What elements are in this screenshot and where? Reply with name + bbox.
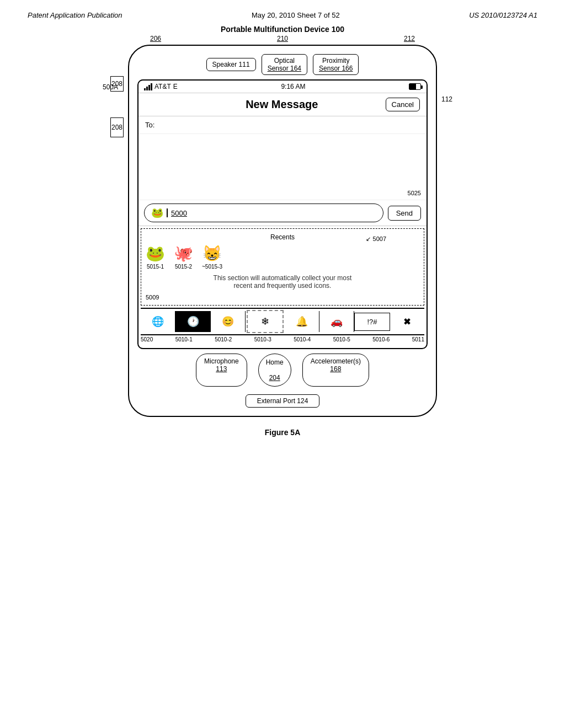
recents-description: This section will automatically collect …	[146, 274, 419, 290]
category-labels: 5020 5010-1 5010-2 5010-3 5010-4 5010-5 …	[138, 335, 427, 344]
time-label: 9:16 AM	[281, 83, 305, 90]
label-112: 112	[441, 95, 452, 103]
external-port-area: External Port 124	[137, 391, 428, 408]
category-clock[interactable]: 🕐	[175, 311, 210, 332]
emoji-picker: 5005 — Recents ↙ 5007 🐸 5015-1 🐙 5015-2 …	[141, 228, 424, 306]
cancel-button[interactable]: Cancel	[386, 98, 420, 111]
category-bar: 🌐 🕐 😊 ❄ 🔔 🚗 !?# ✖	[141, 308, 424, 335]
signal-bars	[144, 83, 152, 90]
cat-label-5010-1: 5010-1	[175, 336, 193, 342]
accelerometer-component: Accelerometer(s) 168	[302, 354, 369, 387]
category-delete[interactable]: ✖	[390, 312, 424, 331]
sensor-row: Speaker 111 OpticalSensor 164 ProximityS…	[137, 54, 428, 75]
top-labels: 206 210 212	[128, 35, 437, 42]
figure-container: Portable Multifunction Device 100 206 21…	[11, 25, 554, 437]
category-bell[interactable]: 🔔	[285, 311, 319, 332]
cat-label-5020: 5020	[141, 336, 153, 342]
category-symbols[interactable]: !?#	[354, 313, 390, 331]
device-title-area: Portable Multifunction Device 100	[128, 25, 437, 34]
message-header: New Message Cancel	[138, 93, 427, 116]
header-right: US 2010/0123724 A1	[469, 11, 537, 19]
body-label-5025: 5025	[408, 190, 421, 196]
cat-label-5011: 5011	[412, 336, 424, 342]
emoji-recents-row: ↙ 5007 🐸 5015-1 🐙 5015-2 😸 ~5015-3	[146, 244, 419, 270]
input-label-5000: 5000	[171, 209, 187, 217]
phone-screen: AT&T E 9:16 AM New Message Cancel To:	[137, 79, 428, 349]
cat-label-5010-4: 5010-4	[294, 336, 311, 342]
send-button[interactable]: Send	[388, 206, 421, 221]
page-header: Patent Application Publication May 20, 2…	[11, 11, 554, 19]
cat-label-5010-5: 5010-5	[333, 336, 350, 342]
emoji-item-1[interactable]: 🐸 5015-1	[146, 244, 165, 270]
home-component: Home 204	[258, 354, 291, 387]
bottom-components: Microphone 113 Home 204 Accelerometer(s)…	[137, 354, 428, 387]
side-label-208-bottom: 208	[110, 117, 124, 137]
figure-caption: Figure 5A	[265, 428, 301, 437]
input-row: 🐸 5000 Send	[138, 200, 427, 226]
device-outer: 208 208 500A 112 Speaker 111 OpticalSens…	[128, 45, 437, 417]
carrier-label: AT&T	[154, 83, 171, 90]
message-body[interactable]: 5025	[138, 134, 427, 200]
label-5007: ↙ 5007	[366, 235, 386, 243]
category-globe[interactable]: 🌐	[141, 311, 175, 332]
to-field[interactable]: To:	[138, 116, 427, 134]
proximity-sensor: ProximitySensor 166	[313, 54, 359, 75]
cat-label-5010-2: 5010-2	[215, 336, 232, 342]
category-smile[interactable]: 😊	[211, 311, 246, 332]
cat-label-5010-3: 5010-3	[254, 336, 271, 342]
cat-label-5010-6: 5010-6	[372, 336, 390, 342]
message-title: New Message	[178, 98, 386, 111]
external-port: External Port 124	[246, 394, 320, 408]
message-input[interactable]: 🐸 5000	[144, 204, 383, 222]
optical-sensor: OpticalSensor 164	[262, 54, 307, 75]
signal-area: AT&T E	[144, 83, 178, 90]
label-5009: 5009	[146, 294, 419, 301]
device-title: Portable Multifunction Device 100	[128, 25, 437, 34]
emoji-item-3[interactable]: 😸 ~5015-3	[202, 244, 222, 270]
label-210: 210	[277, 35, 288, 42]
status-bar: AT&T E 9:16 AM	[138, 81, 427, 93]
header-left: Patent Application Publication	[28, 11, 122, 19]
microphone-component: Microphone 113	[196, 354, 247, 387]
header-center: May 20, 2010 Sheet 7 of 52	[252, 11, 340, 19]
emoji-item-2[interactable]: 🐙 5015-2	[174, 244, 193, 270]
category-snowflake[interactable]: ❄	[247, 310, 283, 333]
network-label: E	[173, 83, 178, 90]
text-cursor	[167, 208, 168, 217]
label-500a: 500A	[103, 83, 118, 91]
battery-icon	[409, 83, 421, 90]
label-206: 206	[150, 35, 161, 42]
emoji-icon: 🐸	[151, 207, 163, 219]
category-car[interactable]: 🚗	[319, 311, 354, 332]
label-212: 212	[404, 35, 415, 42]
speaker-sensor: Speaker 111	[206, 58, 256, 71]
